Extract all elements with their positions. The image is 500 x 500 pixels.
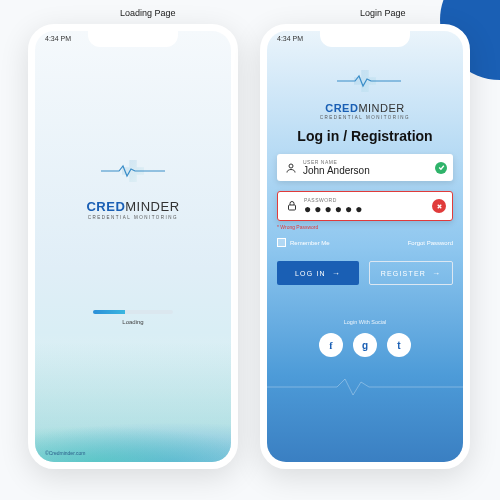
password-value: ●●●●●● [304, 203, 444, 215]
svg-rect-1 [289, 205, 296, 210]
phone-loading: 4:34 PM CREDMINDER CREDENTIAL MONITORING [28, 24, 238, 469]
brand-tagline: CREDENTIAL MONITORING [88, 215, 178, 220]
remember-label: Remember Me [290, 240, 330, 246]
wave-decoration [35, 342, 231, 462]
phone-notch [320, 31, 410, 47]
brand-tagline: CREDENTIAL MONITORING [320, 115, 410, 120]
ekg-background-icon [267, 376, 467, 398]
login-screen: CREDMINDER CREDENTIAL MONITORING Log in … [267, 31, 463, 462]
login-button[interactable]: LOG IN→ [277, 261, 359, 285]
label-loading-page: Loading Page [120, 8, 176, 18]
lock-icon [286, 200, 298, 212]
ekg-icon [101, 164, 165, 178]
brand-part2: MINDER [358, 102, 404, 114]
remember-checkbox[interactable] [277, 238, 286, 247]
brand-logo: CREDMINDER CREDENTIAL MONITORING [86, 151, 179, 220]
login-heading: Log in / Registration [297, 128, 432, 144]
status-time: 4:34 PM [277, 35, 303, 42]
arrow-right-icon: → [432, 269, 441, 278]
brand-part1: CRED [325, 102, 358, 114]
username-field[interactable]: USER NAME John Anderson [277, 154, 453, 181]
arrow-right-icon: → [332, 269, 341, 278]
social-label: Login With Social [344, 319, 387, 325]
remember-me[interactable]: Remember Me [277, 238, 330, 247]
loading-screen: CREDMINDER CREDENTIAL MONITORING Loading… [35, 31, 231, 462]
google-button[interactable]: g [353, 333, 377, 357]
loading-progress [93, 310, 173, 314]
phone-login: 4:34 PM CREDMINDER CREDENTIAL MONITORING… [260, 24, 470, 469]
username-value: John Anderson [303, 165, 445, 176]
password-error: * Wrong Password [277, 224, 453, 230]
brand-part1: CRED [86, 199, 125, 214]
twitter-button[interactable]: t [387, 333, 411, 357]
forgot-password-link[interactable]: Forgot Password [408, 240, 453, 246]
password-field[interactable]: PASSWORD ●●●●●● [277, 191, 453, 221]
svg-point-0 [289, 164, 293, 168]
facebook-button[interactable]: f [319, 333, 343, 357]
ekg-icon [337, 74, 401, 88]
phone-notch [88, 31, 178, 47]
brand-part2: MINDER [125, 199, 179, 214]
status-time: 4:34 PM [45, 35, 71, 42]
label-login-page: Login Page [360, 8, 406, 18]
brand-logo: CREDMINDER CREDENTIAL MONITORING [320, 65, 410, 120]
error-icon [432, 199, 446, 213]
check-icon [435, 162, 447, 174]
loading-text: Loading [93, 319, 173, 325]
user-icon [285, 162, 297, 174]
register-button[interactable]: REGISTER→ [369, 261, 453, 285]
footer-copyright: ©Credminder.com [45, 450, 85, 456]
